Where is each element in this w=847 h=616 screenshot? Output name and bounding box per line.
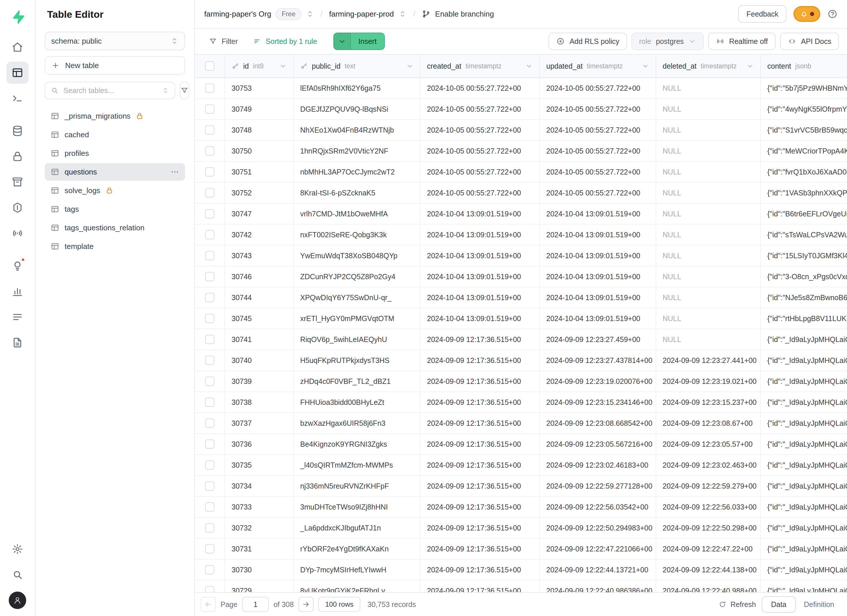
row-checkbox[interactable] <box>205 272 214 281</box>
cell-deleted-at[interactable]: NULL <box>656 267 761 287</box>
help-button[interactable] <box>827 9 838 19</box>
cell-public-id[interactable]: nj336mN5reuRVNZrKHFpF <box>294 476 421 496</box>
nav-home-icon[interactable] <box>6 36 28 58</box>
cell-id[interactable]: 30735 <box>225 455 294 475</box>
search-tables-input[interactable] <box>63 86 157 95</box>
filter-button[interactable]: Filter <box>203 32 244 50</box>
cell-id[interactable]: 30748 <box>225 120 294 140</box>
nav-auth-icon[interactable] <box>6 146 28 168</box>
role-selector[interactable]: role postgres <box>632 32 704 50</box>
select-all-checkbox[interactable] <box>205 61 214 71</box>
cell-deleted-at[interactable]: 2024-09-09 12:22:47.22+00 <box>656 539 761 559</box>
cell-deleted-at[interactable]: 2024-09-09 12:22:56.033+00 <box>656 497 761 517</box>
cell-updated-at[interactable]: 2024-09-09 12:23:08.668542+00 <box>540 413 656 433</box>
cell-deleted-at[interactable]: NULL <box>656 329 761 349</box>
tab-data[interactable]: Data <box>762 596 796 613</box>
cell-id[interactable]: 30737 <box>225 413 294 433</box>
cell-deleted-at[interactable]: 2024-09-09 12:22:50.298+00 <box>656 518 761 538</box>
cell-content[interactable]: {"id":"_Id9aLyJpMHQLaiQC <box>761 581 847 592</box>
sidebar-table-item[interactable]: tags <box>45 200 185 218</box>
add-rls-policy-button[interactable]: Add RLS policy <box>549 32 627 50</box>
row-checkbox[interactable] <box>205 481 214 491</box>
cell-content[interactable]: {"id":"_Id9aLyJpMHQLaiQC <box>761 434 847 454</box>
row-checkbox[interactable] <box>205 105 214 114</box>
column-header-updated-at[interactable]: updated_at timestamptz <box>540 55 656 77</box>
cell-created-at[interactable]: 2024-09-09 12:17:36.515+00 <box>421 476 540 496</box>
row-checkbox[interactable] <box>205 188 214 197</box>
chevron-down-icon[interactable] <box>747 62 754 70</box>
row-checkbox[interactable] <box>205 356 214 365</box>
cell-public-id[interactable]: zHDq4c0F0VBF_TL2_dBZ1 <box>294 371 421 392</box>
cell-id[interactable]: 30750 <box>225 141 294 161</box>
cell-content[interactable]: {"id":"_Id9aLyJpMHQLaiQC <box>761 539 847 559</box>
cell-public-id[interactable]: RiqOV6p_5wihLeIAEQyhU <box>294 329 421 349</box>
row-checkbox[interactable] <box>205 565 214 575</box>
row-checkbox[interactable] <box>205 230 214 239</box>
more-options-icon[interactable] <box>170 168 179 176</box>
cell-content[interactable]: {"id":"_Id9aLyJpMHQLaiQC <box>761 329 847 349</box>
row-checkbox[interactable] <box>205 335 214 344</box>
cell-created-at[interactable]: 2024-09-09 12:17:36.515+00 <box>421 497 540 517</box>
nav-api-docs-icon[interactable] <box>6 332 28 354</box>
cell-created-at[interactable]: 2024-10-04 13:09:01.519+00 <box>421 287 540 308</box>
cell-created-at[interactable]: 2024-10-05 00:55:27.722+00 <box>421 162 540 182</box>
feedback-button[interactable]: Feedback <box>738 5 786 23</box>
cell-id[interactable]: 30738 <box>225 392 294 413</box>
refresh-button[interactable]: Refresh <box>719 600 756 609</box>
chevrons-up-down-icon[interactable] <box>306 10 314 18</box>
row-checkbox[interactable] <box>205 125 214 135</box>
cell-id[interactable]: 30751 <box>225 162 294 182</box>
cell-public-id[interactable]: 8KraI-tSI-6-pSZcknaK5 <box>294 183 421 203</box>
cell-created-at[interactable]: 2024-10-05 00:55:27.722+00 <box>421 99 540 119</box>
row-checkbox[interactable] <box>205 439 214 449</box>
cell-deleted-at[interactable]: 2024-09-09 12:23:02.463+00 <box>656 455 761 475</box>
cell-public-id[interactable]: xrETl_HyGY0mPMGVqtOTM <box>294 308 421 329</box>
row-checkbox[interactable] <box>205 419 214 428</box>
cell-id[interactable]: 30746 <box>225 267 294 287</box>
insert-button[interactable]: Insert <box>333 32 385 50</box>
enable-branching-button[interactable]: Enable branching <box>422 10 494 19</box>
cell-public-id[interactable]: bzwXazHgax6UIR58j6Fn3 <box>294 413 421 433</box>
row-checkbox[interactable] <box>205 293 214 302</box>
cell-updated-at[interactable]: 2024-10-04 13:09:01.519+00 <box>540 224 656 245</box>
cell-id[interactable]: 30739 <box>225 371 294 392</box>
cell-updated-at[interactable]: 2024-09-09 12:22:44.13721+00 <box>540 560 656 580</box>
row-checkbox[interactable] <box>205 460 214 470</box>
cell-content[interactable]: {"id":"_Id9aLyJpMHQLaiQC <box>761 476 847 496</box>
nav-advisors-icon[interactable] <box>6 255 28 277</box>
cell-id[interactable]: 30729 <box>225 581 294 592</box>
cell-id[interactable]: 30732 <box>225 518 294 538</box>
nav-storage-icon[interactable] <box>6 171 28 193</box>
sidebar-table-item[interactable]: tags_questions_relation <box>45 219 185 236</box>
cell-content[interactable]: {"id":"MeWCriorTPopA4Kc9 <box>761 141 847 161</box>
cell-public-id[interactable]: nbMhHL3AP7OcCJymc2wT2 <box>294 162 421 182</box>
row-checkbox[interactable] <box>205 251 214 260</box>
cell-updated-at[interactable]: 2024-10-04 13:09:01.519+00 <box>540 287 656 308</box>
row-checkbox[interactable] <box>205 502 214 511</box>
cell-created-at[interactable]: 2024-10-05 00:55:27.722+00 <box>421 120 540 140</box>
cell-content[interactable]: {"id":"_Id9aLyJpMHQLaiQC <box>761 392 847 413</box>
cell-public-id[interactable]: vrlh7CMD-JtM1bOweMHfA <box>294 203 421 224</box>
cell-public-id[interactable]: XPQwDIqY6Y75SwDnU-qr_ <box>294 287 421 308</box>
cell-content[interactable]: {"id":"sTsWaLCPsVA2WuK2 <box>761 224 847 245</box>
cell-deleted-at[interactable]: NULL <box>656 246 761 266</box>
cell-id[interactable]: 30734 <box>225 476 294 496</box>
sidebar-table-item[interactable]: cached <box>45 126 185 143</box>
nav-sql-editor-icon[interactable] <box>6 87 28 109</box>
cell-content[interactable]: {"id":"4wyNgK55lOfrpmYZc <box>761 99 847 119</box>
breadcrumb-org[interactable]: farming-paper's Org Free <box>204 8 314 20</box>
cell-content[interactable]: {"id":"NJe5s8ZmBwnoB6e3 <box>761 287 847 308</box>
cell-deleted-at[interactable]: 2024-09-09 12:23:08.67+00 <box>656 413 761 433</box>
cell-deleted-at[interactable]: NULL <box>656 141 761 161</box>
cell-created-at[interactable]: 2024-09-09 12:17:36.515+00 <box>421 581 540 592</box>
nav-edge-functions-icon[interactable] <box>6 197 28 219</box>
cell-created-at[interactable]: 2024-09-09 12:17:36.515+00 <box>421 539 540 559</box>
cell-public-id[interactable]: Be4KignzoK9YRGNI3Zgks <box>294 434 421 454</box>
cell-public-id[interactable]: ZDCunRYJP2CQ5Z8Po2Gy4 <box>294 267 421 287</box>
nav-realtime-icon[interactable] <box>6 222 28 244</box>
sidebar-table-item[interactable]: solve_logs <box>45 182 185 199</box>
chevron-down-icon[interactable] <box>279 62 287 70</box>
insert-dropdown-caret[interactable] <box>334 33 351 49</box>
supabase-logo-icon[interactable] <box>6 6 28 28</box>
cell-deleted-at[interactable]: 2024-09-09 12:22:59.279+00 <box>656 476 761 496</box>
